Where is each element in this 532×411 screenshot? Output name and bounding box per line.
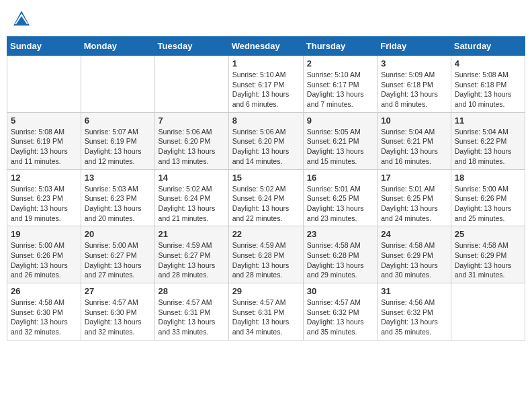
day-info: Sunrise: 5:02 AM Sunset: 6:24 PM Dayligh… xyxy=(232,184,300,224)
day-number: 29 xyxy=(232,286,300,296)
day-number: 21 xyxy=(159,229,225,239)
calendar-cell: 27Sunrise: 4:57 AM Sunset: 6:30 PM Dayli… xyxy=(81,283,154,340)
day-of-week-header: Saturday xyxy=(451,37,525,56)
day-number: 8 xyxy=(232,116,300,126)
day-number: 31 xyxy=(381,286,447,296)
day-number: 25 xyxy=(455,229,521,239)
calendar-cell: 23Sunrise: 4:58 AM Sunset: 6:28 PM Dayli… xyxy=(303,226,377,283)
day-number: 28 xyxy=(159,286,225,296)
day-number: 13 xyxy=(85,173,151,183)
logo-icon xyxy=(12,9,31,28)
calendar-cell: 20Sunrise: 5:00 AM Sunset: 6:27 PM Dayli… xyxy=(81,226,154,283)
calendar-cell: 11Sunrise: 5:04 AM Sunset: 6:22 PM Dayli… xyxy=(451,112,525,169)
day-info: Sunrise: 5:02 AM Sunset: 6:24 PM Dayligh… xyxy=(159,184,225,224)
calendar-header-row: SundayMondayTuesdayWednesdayThursdayFrid… xyxy=(7,37,525,56)
day-info: Sunrise: 5:05 AM Sunset: 6:21 PM Dayligh… xyxy=(307,127,373,167)
calendar-cell: 10Sunrise: 5:04 AM Sunset: 6:21 PM Dayli… xyxy=(378,112,451,169)
day-info: Sunrise: 5:06 AM Sunset: 6:20 PM Dayligh… xyxy=(159,127,225,167)
day-info: Sunrise: 4:59 AM Sunset: 6:27 PM Dayligh… xyxy=(159,240,225,280)
day-info: Sunrise: 5:10 AM Sunset: 6:17 PM Dayligh… xyxy=(232,70,300,109)
calendar-cell: 31Sunrise: 4:56 AM Sunset: 6:32 PM Dayli… xyxy=(378,283,451,340)
day-number: 7 xyxy=(159,116,225,126)
calendar-cell xyxy=(81,56,154,113)
calendar-cell: 19Sunrise: 5:00 AM Sunset: 6:26 PM Dayli… xyxy=(7,226,81,283)
day-of-week-header: Sunday xyxy=(7,37,81,56)
calendar-cell: 2Sunrise: 5:10 AM Sunset: 6:17 PM Daylig… xyxy=(303,56,377,113)
calendar-week-row: 5Sunrise: 5:08 AM Sunset: 6:19 PM Daylig… xyxy=(7,112,525,169)
day-of-week-header: Monday xyxy=(81,37,154,56)
calendar-cell: 4Sunrise: 5:08 AM Sunset: 6:18 PM Daylig… xyxy=(451,56,525,113)
calendar-cell xyxy=(154,56,228,113)
day-number: 22 xyxy=(232,229,300,239)
header xyxy=(7,7,525,31)
day-number: 2 xyxy=(307,58,373,68)
calendar-cell: 13Sunrise: 5:03 AM Sunset: 6:23 PM Dayli… xyxy=(81,169,154,226)
calendar-cell: 26Sunrise: 4:58 AM Sunset: 6:30 PM Dayli… xyxy=(7,283,81,340)
day-number: 1 xyxy=(232,58,300,68)
calendar-cell: 6Sunrise: 5:07 AM Sunset: 6:19 PM Daylig… xyxy=(81,112,154,169)
day-info: Sunrise: 5:08 AM Sunset: 6:18 PM Dayligh… xyxy=(455,70,521,109)
day-info: Sunrise: 5:00 AM Sunset: 6:26 PM Dayligh… xyxy=(455,184,521,224)
calendar-cell: 12Sunrise: 5:03 AM Sunset: 6:23 PM Dayli… xyxy=(7,169,81,226)
calendar-table: SundayMondayTuesdayWednesdayThursdayFrid… xyxy=(7,36,525,340)
day-info: Sunrise: 4:58 AM Sunset: 6:29 PM Dayligh… xyxy=(381,240,447,280)
day-info: Sunrise: 4:58 AM Sunset: 6:28 PM Dayligh… xyxy=(307,240,373,280)
calendar-week-row: 1Sunrise: 5:10 AM Sunset: 6:17 PM Daylig… xyxy=(7,56,525,113)
calendar-cell: 5Sunrise: 5:08 AM Sunset: 6:19 PM Daylig… xyxy=(7,112,81,169)
day-info: Sunrise: 4:57 AM Sunset: 6:31 PM Dayligh… xyxy=(159,298,225,337)
day-number: 27 xyxy=(85,286,151,296)
day-of-week-header: Friday xyxy=(378,37,451,56)
calendar-cell: 25Sunrise: 4:58 AM Sunset: 6:29 PM Dayli… xyxy=(451,226,525,283)
day-info: Sunrise: 5:07 AM Sunset: 6:19 PM Dayligh… xyxy=(85,127,151,167)
day-info: Sunrise: 4:59 AM Sunset: 6:28 PM Dayligh… xyxy=(232,240,300,280)
calendar-cell: 8Sunrise: 5:06 AM Sunset: 6:20 PM Daylig… xyxy=(228,112,303,169)
day-number: 20 xyxy=(85,229,151,239)
day-info: Sunrise: 5:03 AM Sunset: 6:23 PM Dayligh… xyxy=(11,184,77,224)
day-info: Sunrise: 5:01 AM Sunset: 6:25 PM Dayligh… xyxy=(307,184,373,224)
calendar-cell: 18Sunrise: 5:00 AM Sunset: 6:26 PM Dayli… xyxy=(451,169,525,226)
calendar-cell xyxy=(7,56,81,113)
day-number: 3 xyxy=(381,58,447,68)
calendar-cell: 7Sunrise: 5:06 AM Sunset: 6:20 PM Daylig… xyxy=(154,112,228,169)
day-info: Sunrise: 4:58 AM Sunset: 6:30 PM Dayligh… xyxy=(11,298,77,337)
day-info: Sunrise: 5:03 AM Sunset: 6:23 PM Dayligh… xyxy=(85,184,151,224)
day-number: 12 xyxy=(11,173,77,183)
calendar-cell: 21Sunrise: 4:59 AM Sunset: 6:27 PM Dayli… xyxy=(154,226,228,283)
day-number: 10 xyxy=(381,116,447,126)
day-info: Sunrise: 5:04 AM Sunset: 6:21 PM Dayligh… xyxy=(381,127,447,167)
day-info: Sunrise: 5:08 AM Sunset: 6:19 PM Dayligh… xyxy=(11,127,77,167)
day-number: 24 xyxy=(381,229,447,239)
calendar-week-row: 19Sunrise: 5:00 AM Sunset: 6:26 PM Dayli… xyxy=(7,226,525,283)
day-number: 11 xyxy=(455,116,521,126)
logo xyxy=(12,9,34,28)
calendar-cell: 1Sunrise: 5:10 AM Sunset: 6:17 PM Daylig… xyxy=(228,56,303,113)
calendar-cell xyxy=(451,283,525,340)
day-of-week-header: Thursday xyxy=(303,37,377,56)
calendar-cell: 3Sunrise: 5:09 AM Sunset: 6:18 PM Daylig… xyxy=(378,56,451,113)
day-of-week-header: Wednesday xyxy=(228,37,303,56)
day-number: 16 xyxy=(307,173,373,183)
day-info: Sunrise: 5:00 AM Sunset: 6:27 PM Dayligh… xyxy=(85,240,151,280)
day-number: 26 xyxy=(11,286,77,296)
day-number: 30 xyxy=(307,286,373,296)
day-info: Sunrise: 4:57 AM Sunset: 6:30 PM Dayligh… xyxy=(85,298,151,337)
day-info: Sunrise: 4:58 AM Sunset: 6:29 PM Dayligh… xyxy=(455,240,521,280)
day-info: Sunrise: 4:56 AM Sunset: 6:32 PM Dayligh… xyxy=(381,298,447,337)
day-number: 5 xyxy=(11,116,77,126)
day-number: 17 xyxy=(381,173,447,183)
day-number: 23 xyxy=(307,229,373,239)
day-number: 14 xyxy=(159,173,225,183)
calendar-cell: 17Sunrise: 5:01 AM Sunset: 6:25 PM Dayli… xyxy=(378,169,451,226)
day-info: Sunrise: 5:09 AM Sunset: 6:18 PM Dayligh… xyxy=(381,70,447,109)
calendar-cell: 30Sunrise: 4:57 AM Sunset: 6:32 PM Dayli… xyxy=(303,283,377,340)
calendar-cell: 28Sunrise: 4:57 AM Sunset: 6:31 PM Dayli… xyxy=(154,283,228,340)
day-number: 6 xyxy=(85,116,151,126)
day-number: 18 xyxy=(455,173,521,183)
day-info: Sunrise: 5:06 AM Sunset: 6:20 PM Dayligh… xyxy=(232,127,300,167)
day-info: Sunrise: 5:00 AM Sunset: 6:26 PM Dayligh… xyxy=(11,240,77,280)
calendar-cell: 15Sunrise: 5:02 AM Sunset: 6:24 PM Dayli… xyxy=(228,169,303,226)
day-number: 9 xyxy=(307,116,373,126)
day-info: Sunrise: 4:57 AM Sunset: 6:32 PM Dayligh… xyxy=(307,298,373,337)
calendar-cell: 29Sunrise: 4:57 AM Sunset: 6:31 PM Dayli… xyxy=(228,283,303,340)
day-number: 19 xyxy=(11,229,77,239)
